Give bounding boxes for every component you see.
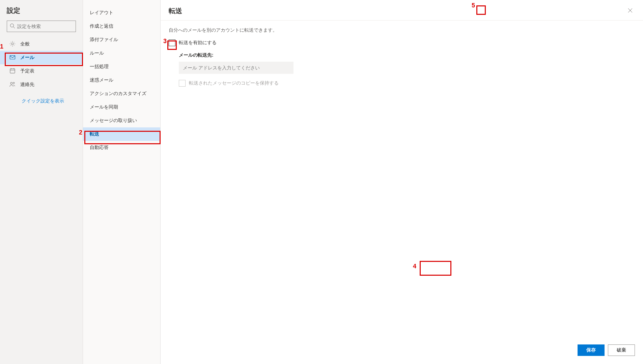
forward-to-label: メールの転送先: [179, 52, 635, 58]
subnav-compose[interactable]: 作成と返信 [83, 20, 160, 33]
subnav-handling[interactable]: メッセージの取り扱い [83, 114, 160, 127]
nav-label: メール [20, 55, 34, 61]
close-icon [627, 8, 633, 14]
svg-point-9 [13, 82, 15, 84]
svg-point-0 [10, 24, 14, 27]
subnav-sync[interactable]: メールを同期 [83, 100, 160, 114]
nav-item-contacts[interactable]: 連絡先 [0, 78, 83, 91]
close-button[interactable] [625, 6, 635, 16]
subnav-label: 迷惑メール [90, 77, 113, 83]
subnav-forwarding[interactable]: 転送 [83, 127, 160, 141]
svg-rect-4 [10, 69, 15, 73]
quick-settings-link[interactable]: クイック設定を表示 [0, 91, 83, 104]
enable-forwarding-checkbox[interactable] [169, 39, 175, 46]
main-header: 転送 [161, 0, 643, 21]
subnav-label: 一括処理 [90, 64, 109, 70]
subnav-label: 転送 [90, 131, 99, 137]
nav-item-calendar[interactable]: 予定表 [0, 64, 83, 78]
keep-copy-checkbox[interactable] [179, 80, 186, 87]
nav-item-mail[interactable]: メール [0, 51, 83, 64]
subnav-rules[interactable]: ルール [83, 47, 160, 60]
settings-nav: 全般 メール 予定表 [0, 37, 83, 91]
svg-point-8 [10, 82, 12, 84]
mail-icon [9, 54, 16, 61]
keep-copy-row: 転送されたメッセージのコピーを保持する [179, 80, 635, 87]
settings-search-input[interactable] [17, 24, 73, 29]
calendar-icon [9, 68, 16, 75]
subnav-label: メッセージの取り扱い [90, 118, 137, 124]
nav-label: 予定表 [20, 68, 34, 74]
people-icon [9, 81, 16, 88]
enable-forwarding-label: 転送を有効にする [179, 40, 217, 46]
keep-copy-label: 転送されたメッセージのコピーを保持する [189, 80, 279, 86]
gear-icon [9, 41, 16, 48]
settings-title: 設定 [0, 6, 83, 21]
nav-label: 全般 [20, 41, 30, 47]
main-panel: 転送 自分へのメールを別のアカウントに転送できます。 転送を有効にする メールの… [161, 0, 643, 364]
subnav-layout[interactable]: レイアウト [83, 6, 160, 20]
subnav-autoreply[interactable]: 自動応答 [83, 141, 160, 154]
footer-actions: 保存 破棄 [578, 344, 635, 356]
svg-line-1 [13, 27, 15, 28]
subnav-label: ルール [90, 50, 104, 56]
nav-label: 連絡先 [20, 82, 34, 88]
main-body: 自分へのメールを別のアカウントに転送できます。 転送を有効にする メールの転送先… [161, 21, 643, 364]
subnav-sweep[interactable]: 一括処理 [83, 60, 160, 73]
svg-rect-3 [10, 55, 15, 59]
save-button[interactable]: 保存 [578, 344, 605, 356]
subnav-label: レイアウト [90, 10, 113, 16]
search-icon [10, 23, 17, 30]
forwarding-description: 自分へのメールを別のアカウントに転送できます。 [169, 27, 635, 33]
subnav-custom-actions[interactable]: アクションのカスタマイズ [83, 87, 160, 100]
mail-subnav: レイアウト 作成と返信 添付ファイル ルール 一括処理 迷惑メール アクションの… [83, 0, 161, 364]
subnav-junk[interactable]: 迷惑メール [83, 73, 160, 87]
subnav-label: 作成と返信 [90, 23, 113, 29]
page-title: 転送 [169, 6, 182, 16]
subnav-label: 添付ファイル [90, 37, 118, 43]
enable-forwarding-row: 転送を有効にする [169, 39, 635, 46]
forward-email-input[interactable] [179, 62, 293, 74]
subnav-label: アクションのカスタマイズ [90, 91, 146, 97]
settings-search[interactable] [7, 21, 76, 32]
nav-item-general[interactable]: 全般 [0, 37, 83, 51]
svg-point-2 [11, 43, 13, 45]
discard-button[interactable]: 破棄 [608, 344, 635, 356]
forward-sub-block: メールの転送先: 転送されたメッセージのコピーを保持する [169, 52, 635, 87]
settings-sidebar: 設定 全般 [0, 0, 83, 364]
subnav-label: 自動応答 [90, 145, 109, 151]
subnav-attachments[interactable]: 添付ファイル [83, 33, 160, 47]
subnav-label: メールを同期 [90, 104, 118, 110]
